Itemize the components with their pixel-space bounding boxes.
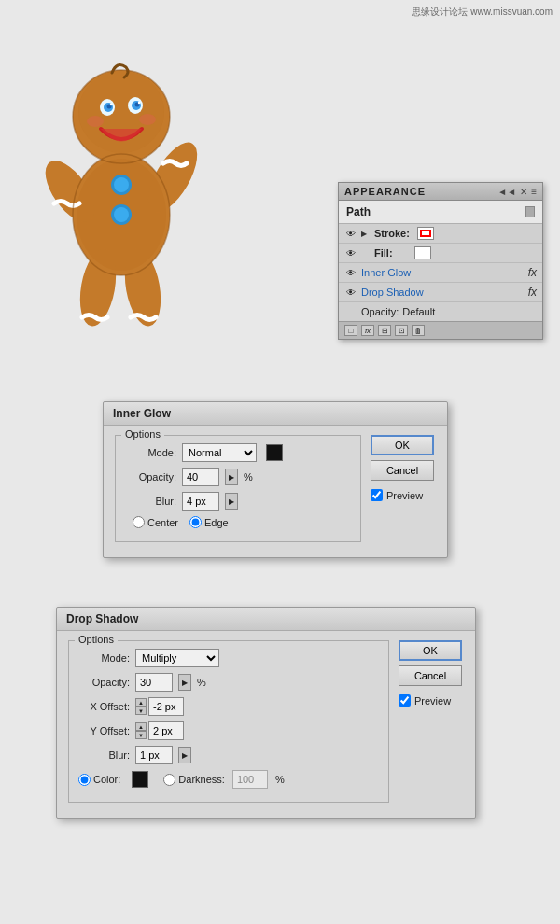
ds-opacity-label: Opacity:: [78, 677, 130, 688]
panel-controls: ◄◄ ✕ ≡: [497, 187, 537, 197]
fill-color-box[interactable]: [414, 246, 431, 259]
ds-darkness-input: [232, 770, 268, 789]
stroke-color-inner: [420, 230, 431, 237]
ig-blur-arrow[interactable]: ▶: [225, 493, 238, 510]
stroke-label: Stroke:: [374, 228, 410, 239]
inner-glow-options: Options Mode: Normal Opacity: ▶ %: [115, 435, 361, 548]
ds-mode-row: Mode: Multiply: [78, 649, 379, 667]
opacity-label: Opacity:: [361, 306, 399, 317]
inner-glow-color-swatch[interactable]: [266, 444, 283, 461]
ds-opacity-arrow[interactable]: ▶: [178, 674, 191, 691]
stroke-color-box[interactable]: [417, 227, 434, 240]
edge-radio[interactable]: [189, 516, 202, 528]
ds-color-row: Color: Darkness: %: [78, 770, 379, 789]
center-radio[interactable]: [133, 516, 145, 528]
ds-blur-input[interactable]: [135, 746, 173, 764]
menu-icon[interactable]: ≡: [531, 187, 537, 197]
ds-yoffset-input[interactable]: [148, 721, 184, 740]
svg-point-14: [110, 104, 112, 105]
ds-darkness-radio-label[interactable]: Darkness:: [163, 774, 225, 786]
appearance-title: APPEARANCE: [344, 186, 426, 197]
ig-ok-button[interactable]: OK: [371, 435, 434, 455]
drop-shadow-title: Drop Shadow: [57, 608, 475, 631]
ds-options-label: Options: [75, 634, 118, 645]
inner-glow-fx: fx: [528, 266, 537, 279]
copy-btn[interactable]: ⊡: [395, 325, 408, 336]
new-layer-btn[interactable]: □: [344, 325, 357, 336]
inner-glow-row[interactable]: 👁 Inner Glow fx: [339, 263, 542, 283]
ds-preview-row: Preview: [399, 694, 464, 707]
ds-opacity-input[interactable]: [135, 673, 173, 692]
stroke-row: 👁 ▶ Stroke:: [339, 224, 542, 244]
ds-blur-arrow[interactable]: ▶: [178, 747, 191, 763]
appearance-titlebar: APPEARANCE ◄◄ ✕ ≡: [339, 183, 542, 201]
ds-preview-checkbox[interactable]: [399, 694, 411, 707]
ds-color-swatch[interactable]: [132, 771, 148, 788]
ig-blur-input[interactable]: [182, 492, 219, 511]
ds-opacity-row: Opacity: ▶ %: [78, 673, 379, 692]
mode-select[interactable]: Normal: [182, 443, 257, 462]
stroke-expand[interactable]: ▶: [361, 230, 371, 238]
ds-darkness-radio[interactable]: [163, 774, 175, 786]
ds-xoffset-label: X Offset:: [78, 701, 130, 712]
blur-option-row: Blur: ▶: [125, 492, 351, 511]
ds-yoffset-label: Y Offset:: [78, 725, 130, 736]
path-row: Path: [339, 201, 542, 224]
drop-shadow-eye[interactable]: 👁: [344, 286, 357, 299]
mode-row: Mode: Normal: [125, 443, 351, 462]
ds-preview-label: Preview: [414, 695, 451, 707]
fill-row: 👁 Fill:: [339, 244, 542, 263]
ig-opacity-arrow[interactable]: ▶: [225, 469, 238, 485]
opacity-row: Opacity: Default: [339, 302, 542, 321]
ds-yoffset-up[interactable]: ▲: [135, 722, 147, 731]
ig-opacity-input[interactable]: [182, 468, 219, 486]
svg-point-21: [114, 207, 129, 222]
ds-options-group: Options Mode: Multiply Opacity: ▶ %: [68, 640, 389, 803]
watermark: 思缘设计论坛 www.missvuan.com: [412, 6, 553, 19]
ds-yoffset-row: Y Offset: ▲ ▼: [78, 721, 379, 740]
ig-opacity-pct: %: [244, 471, 253, 483]
ds-blur-row: Blur: ▶: [78, 746, 379, 764]
edge-radio-label[interactable]: Edge: [189, 516, 229, 528]
inner-glow-options-label: Options: [121, 428, 164, 440]
ds-xoffset-up[interactable]: ▲: [135, 698, 147, 707]
fill-visibility-eye[interactable]: 👁: [344, 246, 357, 259]
ds-mode-select[interactable]: Multiply: [135, 649, 219, 667]
ig-preview-label: Preview: [386, 490, 423, 501]
path-label: Path: [346, 205, 371, 218]
ds-darkness-pct: %: [275, 774, 285, 785]
ds-xoffset-spinner: ▲ ▼: [135, 697, 184, 716]
appearance-panel: APPEARANCE ◄◄ ✕ ≡ Path 👁 ▶ Stroke: 👁 Fil…: [338, 182, 543, 340]
close-icon[interactable]: ✕: [520, 187, 527, 197]
collapse-icon[interactable]: ◄◄: [497, 187, 516, 197]
ds-xoffset-input[interactable]: [148, 697, 184, 716]
ds-yoffset-down[interactable]: ▼: [135, 731, 147, 739]
inner-glow-body: Options Mode: Normal Opacity: ▶ %: [104, 426, 447, 557]
ds-color-radio-label[interactable]: Color:: [78, 774, 120, 786]
ds-color-radio[interactable]: [78, 774, 91, 786]
drop-shadow-row[interactable]: 👁 Drop Shadow fx: [339, 283, 542, 302]
scroll-indicator: [525, 206, 535, 217]
ds-xoffset-down[interactable]: ▼: [135, 707, 147, 715]
svg-point-16: [87, 116, 104, 127]
svg-point-19: [114, 177, 129, 192]
gingerbread-image: [19, 19, 261, 383]
ds-cancel-button[interactable]: Cancel: [399, 665, 462, 686]
stroke-visibility-eye[interactable]: 👁: [344, 227, 357, 240]
ig-blur-label: Blur:: [125, 496, 176, 507]
duplicate-btn[interactable]: ⊞: [378, 325, 391, 336]
drop-shadow-link[interactable]: Drop Shadow: [361, 287, 424, 298]
inner-glow-title: Inner Glow: [104, 402, 447, 426]
fx-btn[interactable]: fx: [361, 325, 374, 336]
ig-cancel-button[interactable]: Cancel: [371, 460, 434, 481]
fill-label: Fill:: [374, 247, 407, 259]
ds-yoffset-arrows: ▲ ▼: [135, 722, 147, 739]
ds-xoffset-row: X Offset: ▲ ▼: [78, 697, 379, 716]
inner-glow-link[interactable]: Inner Glow: [361, 267, 411, 278]
ig-preview-checkbox[interactable]: [371, 489, 383, 501]
delete-btn[interactable]: 🗑: [412, 325, 425, 336]
inner-glow-eye[interactable]: 👁: [344, 266, 357, 279]
ig-preview-row: Preview: [371, 489, 436, 501]
center-radio-label[interactable]: Center: [133, 516, 178, 528]
ds-ok-button[interactable]: OK: [399, 640, 462, 661]
